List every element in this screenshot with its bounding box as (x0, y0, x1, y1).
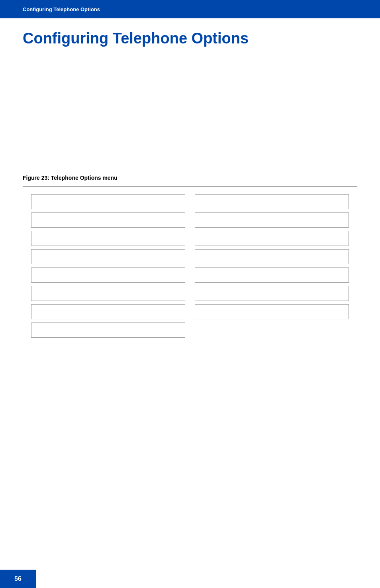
menu-item-left-6 (31, 286, 185, 301)
page-number-bar: 56 (0, 570, 36, 588)
menu-item-left-4 (31, 249, 185, 264)
breadcrumb-title: Configuring Telephone Options (23, 6, 100, 12)
page-title: Configuring Telephone Options (23, 30, 357, 47)
menu-item-left-2 (31, 212, 185, 228)
main-content: Configuring Telephone Options Figure 23:… (0, 18, 380, 345)
telephone-options-menu-figure (23, 187, 357, 345)
menu-item-right-4 (195, 249, 349, 264)
menu-item-right-1 (195, 194, 349, 209)
menu-item-left-5 (31, 267, 185, 283)
menu-item-right-7 (195, 304, 349, 319)
menu-left-column (31, 194, 185, 338)
menu-item-left-3 (31, 231, 185, 246)
page-number: 56 (14, 575, 22, 582)
menu-item-right-3 (195, 231, 349, 246)
figure-caption: Figure 23: Telephone Options menu (23, 175, 357, 181)
menu-item-right-5 (195, 267, 349, 283)
menu-item-left-7 (31, 304, 185, 319)
menu-item-left-8 (31, 323, 185, 338)
menu-item-right-6 (195, 286, 349, 301)
menu-item-right-2 (195, 212, 349, 228)
menu-item-left-1 (31, 194, 185, 209)
menu-right-column (195, 194, 349, 338)
top-navigation-bar: Configuring Telephone Options (0, 0, 380, 18)
